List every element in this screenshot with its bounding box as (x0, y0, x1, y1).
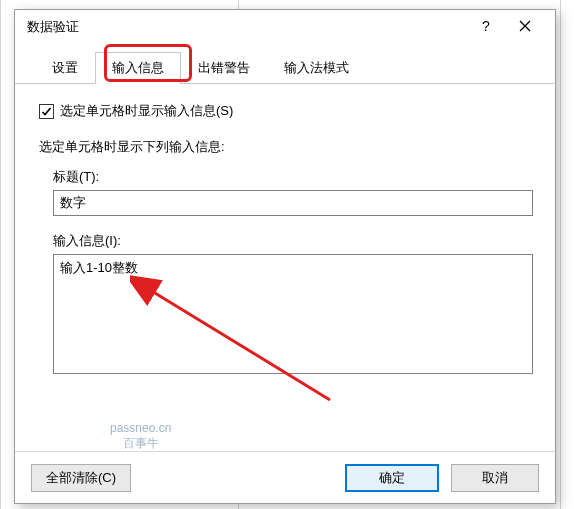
section-label: 选定单元格时显示下列输入信息: (39, 138, 531, 156)
show-input-message-label: 选定单元格时显示输入信息(S) (60, 102, 233, 120)
title-input[interactable] (53, 190, 533, 216)
tab-row: 设置 输入信息 出错警告 输入法模式 (15, 44, 555, 84)
message-field-label: 输入信息(I): (53, 232, 531, 250)
show-input-message-checkbox[interactable] (39, 104, 54, 119)
clear-all-button[interactable]: 全部清除(C) (31, 464, 131, 492)
data-validation-dialog: 数据验证 ? 设置 输入信息 出错警告 输入法模式 (14, 9, 556, 504)
tab-settings[interactable]: 设置 (35, 52, 95, 84)
tab-ime-mode[interactable]: 输入法模式 (267, 52, 366, 84)
tab-error-alert[interactable]: 出错警告 (181, 52, 267, 84)
cancel-button[interactable]: 取消 (451, 464, 539, 492)
dialog-button-row: 全部清除(C) 确定 取消 (15, 451, 555, 503)
help-button[interactable]: ? (469, 13, 503, 41)
close-button[interactable] (503, 13, 547, 41)
message-textarea[interactable] (53, 254, 533, 374)
ok-button[interactable]: 确定 (345, 464, 439, 492)
tab-input-message[interactable]: 输入信息 (95, 52, 181, 84)
dialog-body: 选定单元格时显示输入信息(S) 选定单元格时显示下列输入信息: 标题(T): 输… (15, 84, 555, 374)
dialog-title: 数据验证 (27, 18, 469, 36)
close-icon (519, 20, 531, 35)
show-input-message-row[interactable]: 选定单元格时显示输入信息(S) (39, 102, 531, 120)
title-field-label: 标题(T): (53, 168, 531, 186)
svg-text:?: ? (482, 19, 490, 33)
check-icon (41, 106, 52, 117)
titlebar: 数据验证 ? (15, 10, 555, 44)
help-icon: ? (479, 19, 493, 36)
